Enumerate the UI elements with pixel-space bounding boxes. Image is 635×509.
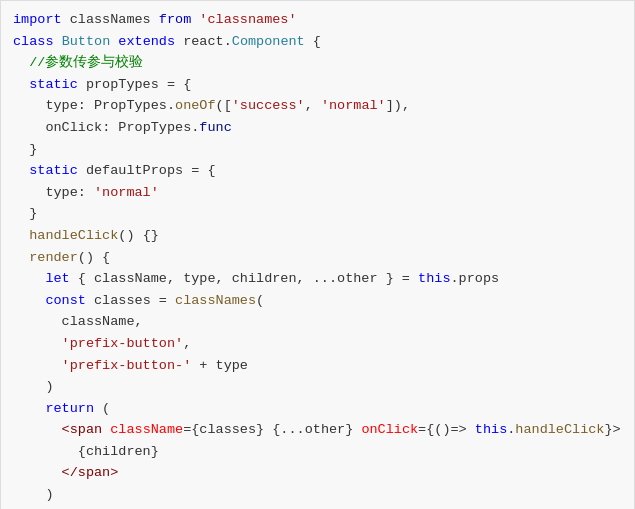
code-line: type: 'normal' — [1, 182, 634, 204]
code-line: import classNames from 'classnames' — [1, 9, 634, 31]
code-line: 'prefix-button-' + type — [1, 355, 634, 377]
code-line: type: PropTypes.oneOf(['success', 'norma… — [1, 95, 634, 117]
code-line: } — [1, 139, 634, 161]
code-line: const classes = classNames( — [1, 290, 634, 312]
code-line: ) — [1, 484, 634, 506]
code-line: let { className, type, children, ...othe… — [1, 268, 634, 290]
code-line: class Button extends react.Component { — [1, 31, 634, 53]
code-line: } — [1, 203, 634, 225]
code-line: </span> — [1, 462, 634, 484]
code-content: import classNames from 'classnames'class… — [1, 9, 634, 509]
code-line: className, — [1, 311, 634, 333]
code-line: handleClick() {} — [1, 225, 634, 247]
code-line: {children} — [1, 441, 634, 463]
code-line: <span className={classes} {...other} onC… — [1, 419, 634, 441]
code-line: ) — [1, 376, 634, 398]
code-block: import classNames from 'classnames'class… — [0, 0, 635, 509]
code-line: return ( — [1, 398, 634, 420]
code-line: 'prefix-button', — [1, 333, 634, 355]
code-line: onClick: PropTypes.func — [1, 117, 634, 139]
code-line: static defaultProps = { — [1, 160, 634, 182]
code-line: //参数传参与校验 — [1, 52, 634, 74]
code-line: static propTypes = { — [1, 74, 634, 96]
code-line: render() { — [1, 247, 634, 269]
code-line: } — [1, 506, 634, 509]
